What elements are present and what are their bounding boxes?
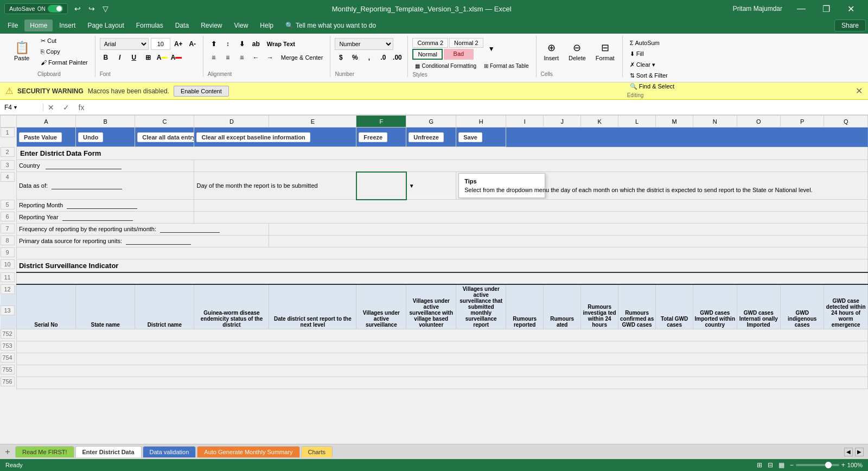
- insert-button[interactable]: ⊕ Insert: [541, 38, 563, 65]
- align-bottom-button[interactable]: ⬇: [236, 38, 248, 50]
- menu-formulas[interactable]: Formulas: [131, 20, 169, 31]
- col-header-G[interactable]: G: [406, 116, 456, 128]
- save-button[interactable]: Save: [458, 132, 482, 142]
- decrease-decimal-button[interactable]: .0: [377, 52, 389, 63]
- currency-button[interactable]: $: [335, 52, 347, 63]
- col-header-I[interactable]: I: [506, 116, 544, 128]
- col-header-F[interactable]: F: [356, 116, 406, 128]
- normal-view-button[interactable]: ⊞: [757, 461, 762, 469]
- paste-value-button[interactable]: Paste Value: [19, 132, 62, 142]
- add-sheet-button[interactable]: +: [0, 444, 15, 460]
- menu-data[interactable]: Data: [170, 20, 194, 31]
- col-header-E[interactable]: E: [269, 116, 356, 128]
- normal2-style[interactable]: Normal 2: [449, 38, 483, 48]
- col-header-L[interactable]: L: [618, 116, 656, 128]
- autosum-button[interactable]: Σ AutoSum: [627, 38, 677, 48]
- formula-input[interactable]: [89, 104, 868, 111]
- share-button[interactable]: Share: [834, 20, 866, 31]
- formula-confirm-button[interactable]: ✓: [59, 100, 74, 115]
- align-left-button[interactable]: ≡: [208, 52, 220, 63]
- minimize-button[interactable]: —: [789, 0, 814, 17]
- qs-redo[interactable]: ↪: [86, 3, 97, 14]
- undo-button[interactable]: Undo: [78, 132, 103, 142]
- zoom-slider[interactable]: [796, 464, 839, 466]
- clear-button[interactable]: ✗ Clear ▾: [627, 60, 677, 69]
- col-header-P[interactable]: P: [780, 116, 824, 128]
- underline-button[interactable]: U: [128, 52, 140, 63]
- bold-button[interactable]: B: [100, 52, 112, 63]
- menu-search[interactable]: 🔍 Tell me what you want to do: [280, 20, 381, 31]
- fill-button[interactable]: ⬇ Fill: [627, 49, 677, 59]
- col-header-D[interactable]: D: [194, 116, 269, 128]
- number-format-select[interactable]: Number: [335, 38, 393, 50]
- day-submit-input[interactable]: [359, 182, 404, 189]
- sheet-tab-charts[interactable]: Charts: [301, 446, 333, 457]
- col-header-N[interactable]: N: [693, 116, 737, 128]
- sheet-tab-data-validation[interactable]: Data validation: [143, 446, 196, 457]
- font-size-input[interactable]: [151, 38, 170, 50]
- col-header-H[interactable]: H: [456, 116, 506, 128]
- font-grow-button[interactable]: A+: [173, 38, 184, 50]
- merge-center-button[interactable]: Merge & Center: [278, 53, 326, 62]
- function-button[interactable]: fx: [74, 100, 89, 115]
- qs-more[interactable]: ▽: [100, 3, 111, 14]
- col-header-A[interactable]: A: [16, 116, 75, 128]
- format-as-table-button[interactable]: ⊞ Format as Table: [481, 61, 532, 71]
- align-top-button[interactable]: ⬆: [208, 38, 220, 50]
- sheet-tab-auto-generate[interactable]: Auto Generate Monthly Summary: [197, 446, 299, 457]
- menu-insert[interactable]: Insert: [54, 20, 81, 31]
- unfreeze-button[interactable]: Unfreeze: [409, 132, 443, 142]
- col-header-K[interactable]: K: [581, 116, 618, 128]
- comma-button[interactable]: ,: [363, 52, 375, 63]
- fill-color-button[interactable]: A: [156, 52, 168, 63]
- bad-style[interactable]: Bad: [444, 49, 474, 60]
- restore-button[interactable]: ❐: [814, 0, 839, 17]
- col-header-M[interactable]: M: [656, 116, 693, 128]
- qs-undo[interactable]: ↩: [72, 3, 83, 14]
- comma2-style[interactable]: Comma 2: [412, 38, 448, 48]
- page-break-button[interactable]: ▦: [778, 461, 784, 469]
- copy-button[interactable]: ⎘ Copy: [38, 47, 91, 56]
- normal-style[interactable]: Normal: [412, 49, 442, 60]
- cut-button[interactable]: ✂ Cut: [38, 36, 91, 46]
- format-button[interactable]: ⊟ Format: [592, 38, 618, 65]
- wrap-text-button[interactable]: Wrap Text: [264, 39, 298, 49]
- cell-F4[interactable]: [356, 172, 406, 200]
- zoom-in-icon[interactable]: +: [841, 461, 845, 469]
- italic-button[interactable]: I: [114, 52, 126, 63]
- sort-filter-button[interactable]: ⇅ Sort & Filter: [627, 71, 677, 80]
- align-right-button[interactable]: ≡: [236, 52, 248, 63]
- autosave-toggle[interactable]: [48, 5, 63, 12]
- autosave-badge[interactable]: AutoSave ON: [4, 3, 68, 14]
- enable-content-button[interactable]: Enable Content: [174, 86, 229, 97]
- cell-ref-dropdown[interactable]: ▼: [13, 105, 18, 110]
- zoom-out-icon[interactable]: −: [790, 461, 794, 469]
- formula-cancel-button[interactable]: ✕: [43, 100, 59, 115]
- col-header-B[interactable]: B: [76, 116, 135, 128]
- increase-indent-button[interactable]: →: [264, 52, 276, 63]
- font-family-select[interactable]: Arial: [100, 38, 149, 50]
- paste-button[interactable]: 📋 Paste: [8, 36, 36, 67]
- page-layout-button[interactable]: ⊟: [768, 461, 773, 469]
- font-shrink-button[interactable]: A-: [187, 38, 199, 50]
- styles-more-button[interactable]: ▼: [486, 43, 497, 55]
- align-middle-button[interactable]: ↕: [222, 38, 234, 50]
- close-button[interactable]: ✕: [839, 0, 864, 17]
- col-header-J[interactable]: J: [544, 116, 581, 128]
- security-close-button[interactable]: ✕: [856, 86, 863, 96]
- menu-review[interactable]: Review: [195, 20, 227, 31]
- text-direction-button[interactable]: ab: [250, 38, 262, 50]
- sheet-tab-readme[interactable]: Read Me FIRST!: [15, 446, 74, 457]
- menu-help[interactable]: Help: [254, 20, 279, 31]
- dropdown-arrow-icon[interactable]: ▼: [409, 183, 414, 189]
- conditional-formatting-button[interactable]: ▦ Conditional Formatting: [412, 61, 479, 71]
- align-center-button[interactable]: ≡: [222, 52, 234, 63]
- cell-G4[interactable]: ▼: [406, 172, 456, 200]
- clear-data-button[interactable]: Clear all data entry cells: [137, 132, 194, 142]
- scroll-left-button[interactable]: ◀: [844, 448, 853, 456]
- freeze-button[interactable]: Freeze: [359, 132, 387, 142]
- decrease-indent-button[interactable]: ←: [250, 52, 262, 63]
- col-header-O[interactable]: O: [737, 116, 780, 128]
- percent-button[interactable]: %: [349, 52, 361, 63]
- format-painter-button[interactable]: 🖌 Format Painter: [38, 58, 91, 67]
